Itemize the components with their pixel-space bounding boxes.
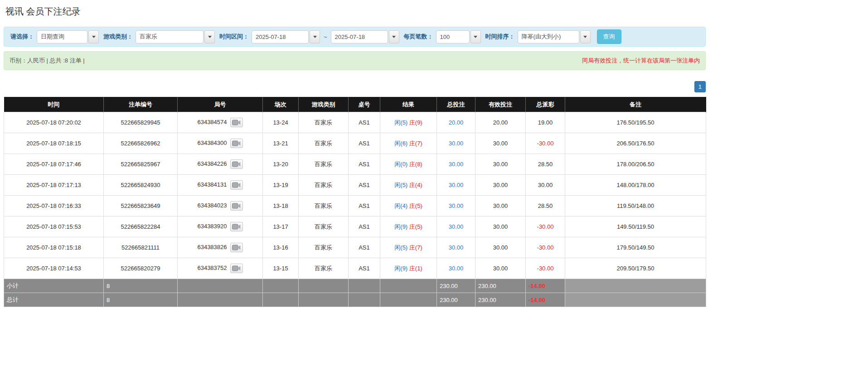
time-cell: 2025-07-18 07:17:46 [4, 154, 104, 175]
total-bet-cell: 30.00 [437, 133, 475, 154]
video-camera-icon [232, 161, 241, 167]
query-type-label: 请选择： [10, 33, 34, 41]
query-type-input[interactable] [37, 30, 87, 43]
remark-cell: 149.50/119.50 [565, 216, 706, 237]
round-id-text: 634383826 [197, 244, 227, 250]
date-from-dropdown-button[interactable] [310, 30, 320, 43]
header-session: 场次 [263, 97, 299, 112]
sort-order-dropdown-button[interactable] [580, 30, 591, 43]
valid-bet-cell: 30.00 [475, 154, 526, 175]
game-type-cell: 百家乐 [299, 237, 349, 258]
video-replay-button[interactable] [230, 243, 243, 252]
summary-bar: 币别：人民币 | 总共 :8 注单 | 同局有效投注，统一计算在该局第一张注单内 [4, 51, 706, 70]
total-bet-link[interactable]: 30.00 [449, 223, 464, 230]
pagination-page-button[interactable]: 1 [694, 81, 706, 92]
total-bet-link[interactable]: 30.00 [449, 202, 464, 209]
header-result: 结果 [380, 97, 437, 112]
result-cell: 闲(9) 庄(5) [380, 216, 437, 237]
table-no-cell: AS1 [349, 154, 380, 175]
table-row: 2025-07-18 07:17:46 522665825967 6343842… [4, 154, 706, 175]
video-replay-button[interactable] [230, 264, 243, 273]
game-type-combobox [136, 30, 215, 43]
page-size-input[interactable] [436, 30, 470, 43]
subtotal-count: 8 [104, 279, 178, 293]
bet-id-cell: 522665823649 [104, 196, 178, 216]
search-button[interactable]: 查询 [597, 29, 621, 44]
total-bet-link[interactable]: 30.00 [449, 182, 464, 188]
total-payout: -14.00 [526, 293, 565, 307]
total-bet-link[interactable]: 30.00 [449, 244, 464, 251]
video-camera-icon [232, 224, 241, 230]
valid-bet-cell: 30.00 [475, 196, 526, 216]
table-row: 2025-07-18 07:15:53 522665822284 6343839… [4, 216, 706, 237]
remark-cell: 206.50/176.50 [565, 133, 706, 154]
result-banker: 庄(5) [409, 202, 422, 209]
round-id-cell: 634384226 [178, 154, 263, 175]
payout-cell: -30.00 [526, 237, 565, 258]
session-cell: 13-20 [263, 154, 299, 175]
round-id-cell: 634383920 [178, 216, 263, 237]
query-type-combobox [37, 30, 99, 43]
game-type-cell: 百家乐 [299, 154, 349, 175]
session-cell: 13-18 [263, 196, 299, 216]
result-player: 闲(5) [394, 182, 407, 188]
valid-bet-cell: 30.00 [475, 216, 526, 237]
valid-bet-notice-text: 同局有效投注，统一计算在该局第一张注单内 [582, 57, 700, 65]
date-to-dropdown-button[interactable] [389, 30, 399, 43]
table-no-cell: AS1 [349, 112, 380, 133]
result-cell: 闲(5) 庄(9) [380, 112, 437, 133]
query-type-dropdown-button[interactable] [88, 30, 99, 43]
table-row: 2025-07-18 07:20:02 522665829945 6343845… [4, 112, 706, 133]
page-size-dropdown-button[interactable] [470, 30, 481, 43]
total-bet-cell: 30.00 [437, 237, 475, 258]
table-no-cell: AS1 [349, 216, 380, 237]
round-id-text: 634384226 [197, 160, 227, 167]
chevron-down-icon [313, 36, 317, 38]
remark-cell: 209.50/179.50 [565, 258, 706, 279]
game-type-cell: 百家乐 [299, 216, 349, 237]
session-cell: 13-15 [263, 258, 299, 279]
chevron-down-icon [92, 36, 96, 38]
video-replay-button[interactable] [230, 180, 243, 190]
total-bet-cell: 30.00 [437, 258, 475, 279]
remark-cell: 176.50/195.50 [565, 112, 706, 133]
sort-order-input[interactable] [518, 30, 579, 43]
result-player: 闲(0) [394, 161, 407, 168]
bet-id-cell: 522665822284 [104, 216, 178, 237]
video-replay-button[interactable] [230, 159, 243, 169]
header-valid-bet: 有效投注 [475, 97, 526, 112]
total-bet-link[interactable]: 20.00 [449, 119, 464, 126]
result-player: 闲(5) [394, 119, 407, 126]
payout-cell: 28.50 [526, 196, 565, 216]
result-banker: 庄(4) [409, 182, 422, 188]
total-bet-link[interactable]: 30.00 [449, 161, 464, 168]
remark-cell: 148.00/178.00 [565, 175, 706, 196]
video-replay-button[interactable] [230, 118, 243, 127]
round-id-cell: 634384131 [178, 175, 263, 196]
total-bet-link[interactable]: 30.00 [449, 140, 464, 147]
video-replay-button[interactable] [230, 139, 243, 148]
valid-bet-cell: 30.00 [475, 258, 526, 279]
chevron-down-icon [474, 36, 477, 38]
round-id-text: 634384574 [197, 119, 227, 125]
round-id-cell: 634384574 [178, 112, 263, 133]
game-type-input[interactable] [136, 30, 204, 43]
grand-total-row: 总计 8 230.00 230.00 -14.00 [4, 293, 706, 307]
result-cell: 闲(6) 庄(7) [380, 133, 437, 154]
round-id-cell: 634384023 [178, 196, 263, 216]
date-to-input[interactable] [331, 30, 388, 43]
result-banker: 庄(1) [409, 265, 422, 272]
video-camera-icon [232, 182, 241, 188]
table-row: 2025-07-18 07:15:18 522665821111 6343838… [4, 237, 706, 258]
video-camera-icon [232, 203, 241, 209]
total-bet-link[interactable]: 30.00 [449, 265, 464, 272]
table-row: 2025-07-18 07:14:53 522665820279 6343837… [4, 258, 706, 279]
date-from-input[interactable] [252, 30, 309, 43]
video-replay-button[interactable] [230, 222, 243, 231]
game-type-dropdown-button[interactable] [204, 30, 215, 43]
subtotal-label: 小计 [4, 279, 104, 293]
video-replay-button[interactable] [230, 201, 243, 211]
video-camera-icon [232, 140, 241, 146]
game-type-cell: 百家乐 [299, 258, 349, 279]
payout-cell: 28.50 [526, 154, 565, 175]
